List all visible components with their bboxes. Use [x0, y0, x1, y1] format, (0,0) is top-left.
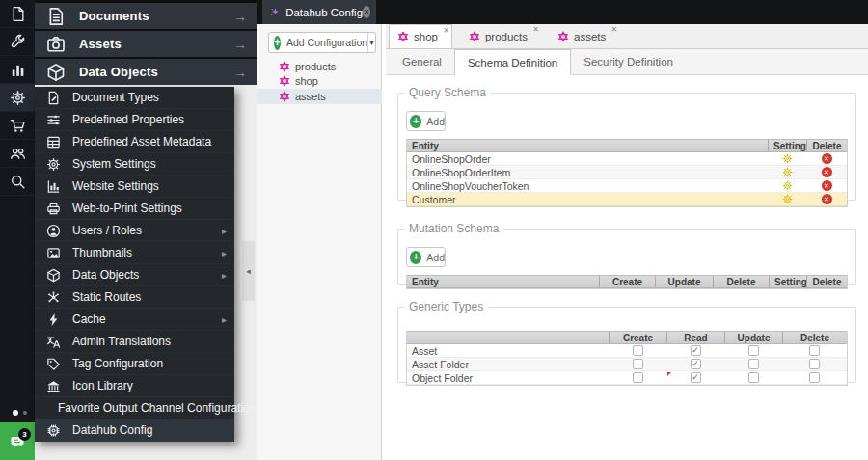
menu-item-label: Thumbnails — [72, 246, 222, 259]
menu-item-icon-library[interactable]: Icon Library — [35, 375, 234, 397]
menu-section-data-objects[interactable]: Data Objects→ — [35, 59, 257, 85]
close-icon[interactable]: ✕ — [363, 6, 370, 18]
read-checkbox[interactable]: ✓ — [691, 345, 701, 356]
create-checkbox[interactable] — [633, 372, 643, 383]
delete-cell: ✕ — [806, 193, 847, 206]
column-header-settings: Settings — [769, 276, 806, 287]
delete-checkbox[interactable] — [809, 345, 820, 356]
plus-icon: + — [410, 115, 421, 128]
delete-checkbox[interactable] — [809, 372, 820, 383]
datahub-config-window-tab[interactable]: Datahub Config ✕ — [262, 0, 376, 24]
close-icon[interactable]: ✕ — [611, 25, 618, 34]
lightning-icon — [46, 312, 61, 327]
subtab-security-definition[interactable]: Security Definition — [571, 49, 686, 74]
menu-item-data-objects[interactable]: Data Objects▸ — [35, 264, 234, 286]
add-configuration-button[interactable]: + Add Configuration ▾ — [268, 32, 376, 53]
read-checkbox[interactable]: ✓ — [691, 359, 701, 369]
delete-icon[interactable]: ✕ — [822, 194, 832, 204]
chip-icon — [46, 423, 61, 438]
window-tab-title: Datahub Config — [285, 7, 363, 18]
update-checkbox[interactable] — [748, 372, 759, 383]
close-icon[interactable]: ✕ — [532, 25, 539, 34]
create-cell — [609, 344, 666, 358]
mutation-schema-add-button[interactable]: + Add — [406, 247, 446, 267]
menu-item-users-roles[interactable]: Users / Roles▸ — [35, 220, 234, 242]
person-icon — [46, 224, 61, 238]
menu-item-cache[interactable]: Cache▸ — [35, 309, 234, 331]
update-cell — [724, 371, 782, 385]
plus-icon: + — [410, 251, 421, 264]
column-header-entity — [407, 332, 609, 343]
menu-item-label: Icon Library — [72, 379, 227, 392]
menu-item-document-types[interactable]: Document Types — [35, 87, 234, 109]
settings-gear-icon[interactable] — [782, 167, 793, 177]
query-schema-add-button[interactable]: + Add — [406, 111, 446, 131]
settings-gear-icon[interactable] — [782, 153, 793, 164]
menu-item-label: Predefined Asset Metadata — [72, 135, 227, 149]
tree-item-shop[interactable]: shop — [257, 74, 382, 90]
delete-cell — [782, 358, 847, 371]
menu-item-website-settings[interactable]: Website Settings — [35, 176, 234, 198]
table-header: CreateReadUpdateDelete — [407, 331, 847, 344]
tree-item-label: products — [295, 61, 336, 72]
subtab-schema-definition[interactable]: Schema Definition — [454, 49, 571, 75]
query-schema-table: EntitySettingsDeleteOnlineShopOrder✕Onli… — [406, 139, 848, 207]
activity-search-button[interactable] — [0, 168, 35, 196]
tree-item-assets[interactable]: assets — [257, 89, 382, 104]
activity-users-button[interactable] — [0, 140, 35, 168]
menu-item-favorite-output-channel-configurations[interactable]: Favorite Output Channel Configurations — [35, 397, 234, 419]
menu-section-assets[interactable]: Assets→ — [35, 31, 257, 57]
menu-section-documents[interactable]: Documents→ — [35, 3, 257, 29]
schema-definition-content: Query Schema + Add EntitySettingsDeleteO… — [386, 75, 868, 460]
delete-icon[interactable]: ✕ — [822, 167, 832, 177]
window-tab-bar: Datahub Config ✕ — [257, 0, 868, 24]
activity-documents-button[interactable] — [0, 0, 35, 28]
chat-button[interactable]: 3 — [0, 422, 35, 460]
activity-reports-button[interactable] — [0, 56, 35, 84]
menu-item-datahub-config[interactable]: Datahub Config — [35, 419, 234, 442]
update-checkbox[interactable] — [748, 359, 759, 369]
menu-item-static-routes[interactable]: Static Routes — [35, 286, 234, 309]
chevron-down-icon[interactable]: ▾ — [367, 33, 375, 52]
arrow-right-icon: → — [233, 65, 247, 80]
configuration-star-icon — [279, 91, 290, 102]
subtab-general[interactable]: General — [390, 49, 454, 74]
menu-item-admin-translations[interactable]: Admin Translations — [35, 331, 234, 353]
tab-shop[interactable]: shop✕ — [389, 24, 452, 48]
delete-icon[interactable]: ✕ — [822, 153, 832, 164]
status-dots — [0, 406, 35, 419]
tab-products[interactable]: products✕ — [461, 24, 541, 48]
settings-gear-icon[interactable] — [782, 180, 793, 191]
configuration-star-icon — [469, 31, 480, 42]
tree-item-products[interactable]: products — [257, 59, 382, 74]
menu-item-label: Website Settings — [72, 179, 227, 193]
tag-icon — [46, 357, 61, 371]
menu-item-web-to-print-settings[interactable]: Web-to-Print Settings — [35, 198, 234, 220]
table-header: EntitySettingsDelete — [407, 139, 847, 152]
delete-checkbox[interactable] — [809, 359, 820, 369]
update-checkbox[interactable] — [748, 345, 759, 356]
tab-assets[interactable]: assets✕ — [550, 24, 619, 48]
activity-tools-button[interactable] — [0, 28, 35, 56]
update-cell — [724, 358, 782, 371]
menu-item-label: System Settings — [72, 157, 227, 171]
menu-item-predefined-asset-metadata[interactable]: Predefined Asset Metadata — [35, 131, 234, 153]
menu-item-thumbnails[interactable]: Thumbnails▸ — [35, 242, 234, 264]
menu-item-predefined-properties[interactable]: Predefined Properties — [35, 109, 234, 131]
wrench-icon — [10, 34, 26, 50]
menu-item-label: Data Objects — [72, 268, 222, 282]
chevron-right-icon: ▸ — [222, 314, 227, 325]
activity-settings-button[interactable] — [0, 84, 35, 112]
menu-item-tag-configuration[interactable]: Tag Configuration — [35, 353, 234, 375]
close-icon[interactable]: ✕ — [443, 26, 449, 35]
sparkle-icon — [270, 5, 279, 19]
activity-ecommerce-button[interactable] — [0, 112, 35, 140]
create-checkbox[interactable] — [633, 359, 643, 369]
delete-icon[interactable]: ✕ — [822, 180, 832, 191]
query-schema-row: OnlineShopOrderItem✕ — [407, 166, 847, 179]
create-checkbox[interactable] — [633, 345, 643, 356]
settings-gear-icon[interactable] — [782, 194, 793, 204]
cart-icon — [10, 118, 26, 134]
menu-item-system-settings[interactable]: System Settings — [35, 153, 234, 176]
read-checkbox[interactable]: ✓ — [691, 372, 701, 383]
